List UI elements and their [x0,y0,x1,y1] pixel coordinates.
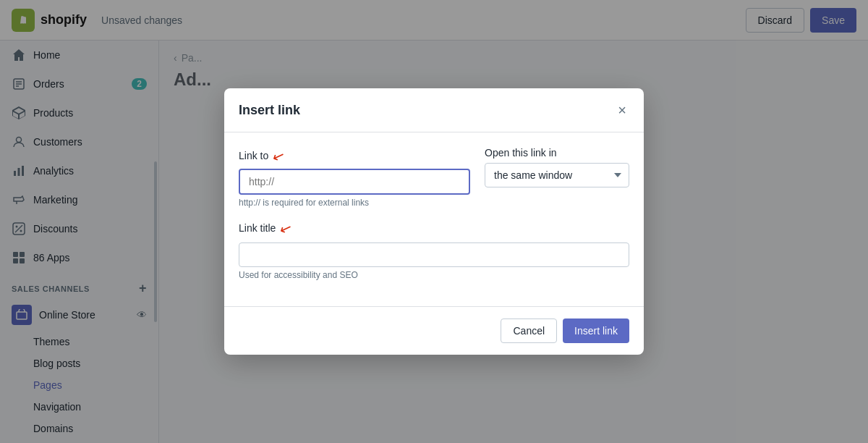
link-title-input[interactable] [239,242,629,267]
link-title-arrow: ↙ [278,218,295,238]
link-to-arrow: ↙ [271,145,288,166]
insert-link-button[interactable]: Insert link [563,318,629,343]
modal-header: Insert link × [224,88,644,132]
modal-row-link: Link to ↙ http:// is required for extern… [239,147,629,208]
link-to-field: Link to ↙ http:// is required for extern… [239,147,470,208]
open-link-select[interactable]: the same window a new window [485,163,629,187]
modal-row-title: Link title ↙ Used for accessibility and … [239,219,629,280]
link-title-label: Link title ↙ [239,219,629,237]
link-to-hint: http:// is required for external links [239,198,470,208]
open-link-label: Open this link in [485,147,629,159]
modal-overlay: Insert link × Link to ↙ http:// is requi… [0,0,868,443]
link-title-hint: Used for accessibility and SEO [239,270,629,280]
link-to-input[interactable] [239,169,470,195]
insert-link-modal: Insert link × Link to ↙ http:// is requi… [224,88,644,355]
modal-body: Link to ↙ http:// is required for extern… [224,132,644,306]
modal-title: Insert link [239,103,300,118]
open-link-field: Open this link in the same window a new … [485,147,629,187]
link-title-field: Link title ↙ Used for accessibility and … [239,219,629,280]
modal-close-button[interactable]: × [615,100,629,120]
cancel-button[interactable]: Cancel [501,318,557,343]
link-to-label: Link to ↙ [239,147,470,164]
modal-footer: Cancel Insert link [224,306,644,355]
